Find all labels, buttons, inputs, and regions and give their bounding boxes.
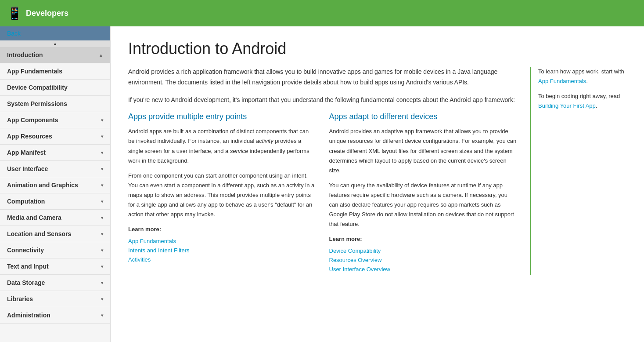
back-link[interactable]: Back xyxy=(0,26,110,40)
link-app-fundamentals[interactable]: App Fundamentals xyxy=(128,238,316,244)
sidebar: Back ▲ Introduction ▲ App Fundamentals D… xyxy=(0,26,111,342)
section-left-para2: From one component you can start another… xyxy=(128,171,316,219)
sidebar-item-libraries[interactable]: Libraries ▾ xyxy=(0,291,110,307)
sidebar-item-label: App Fundamentals xyxy=(7,68,62,75)
link-activities[interactable]: Activities xyxy=(128,256,316,263)
sidebar-item-label: Libraries xyxy=(7,295,33,302)
sidebar-item-administration[interactable]: Administration ▾ xyxy=(0,307,110,324)
sidebar-item-data-storage[interactable]: Data Storage ▾ xyxy=(0,275,110,291)
sidebar-item-label: App Resources xyxy=(7,133,52,140)
sidebar-item-label: Introduction xyxy=(7,51,43,58)
sidebar-item-app-resources[interactable]: App Resources ▾ xyxy=(0,128,110,145)
sidebar-item-label: App Manifest xyxy=(7,149,46,156)
main-content: Introduction to Android Android provides… xyxy=(111,26,644,342)
scroll-indicator: ▲ xyxy=(0,40,110,47)
sidebar-item-app-manifest[interactable]: App Manifest ▾ xyxy=(0,145,110,161)
section-right-para1: Android provides an adaptive app framewo… xyxy=(329,127,517,175)
chevron-down-icon: ▾ xyxy=(101,313,103,318)
section-entry-points: Apps provide multiple entry points Andro… xyxy=(128,112,316,275)
sidebar-item-label: Text and Input xyxy=(7,263,49,270)
chevron-down-icon: ▾ xyxy=(101,167,103,171)
sidebar-item-text-input[interactable]: Text and Input ▾ xyxy=(0,258,110,275)
sidebar-item-app-fundamentals[interactable]: App Fundamentals xyxy=(0,63,110,80)
chevron-up-icon: ▲ xyxy=(99,53,103,58)
sidebar-item-location-sensors[interactable]: Location and Sensors ▾ xyxy=(0,226,110,242)
section-right-para2: You can query the availability of device… xyxy=(329,181,517,229)
chevron-down-icon: ▾ xyxy=(101,118,103,123)
chevron-down-icon: ▾ xyxy=(101,264,103,269)
sidebar-item-label: Computation xyxy=(7,198,45,205)
section-left-title: Apps provide multiple entry points xyxy=(128,112,316,121)
android-icon: 📱 xyxy=(7,6,22,21)
sidebar-item-computation[interactable]: Computation ▾ xyxy=(0,193,110,210)
intro-paragraph-2: If you're new to Android development, it… xyxy=(128,95,517,106)
chevron-down-icon: ▾ xyxy=(101,199,103,204)
sidebar-item-label: App Components xyxy=(7,116,58,124)
section-adapt-devices: Apps adapt to different devices Android … xyxy=(329,112,517,275)
side-note-column: To learn how apps work, start with App F… xyxy=(530,67,626,275)
sidebar-item-introduction[interactable]: Introduction ▲ xyxy=(0,47,110,63)
sidebar-item-label: User Interface xyxy=(7,165,48,172)
chevron-down-icon: ▾ xyxy=(101,248,103,253)
main-layout: Back ▲ Introduction ▲ App Fundamentals D… xyxy=(0,26,644,342)
sidebar-item-animation-graphics[interactable]: Animation and Graphics ▾ xyxy=(0,177,110,193)
content-layout: Android provides a rich application fram… xyxy=(128,67,626,275)
chevron-down-icon: ▾ xyxy=(101,183,103,188)
chevron-down-icon: ▾ xyxy=(101,280,103,285)
sidebar-item-label: System Permissions xyxy=(7,100,67,107)
sidebar-item-label: Connectivity xyxy=(7,247,44,254)
sidebar-item-device-compatibility[interactable]: Device Compatibility xyxy=(0,80,110,96)
two-column-sections: Apps provide multiple entry points Andro… xyxy=(128,112,517,275)
link-intents-filters[interactable]: Intents and Intent Filters xyxy=(128,247,316,254)
page-header: 📱 Developers xyxy=(0,0,644,26)
header-title: Developers xyxy=(26,9,68,18)
side-note-text2: To begin coding right away, read Buildin… xyxy=(538,91,626,111)
link-building-first-app[interactable]: Building Your First App xyxy=(538,102,596,109)
sidebar-item-label: Media and Camera xyxy=(7,214,61,221)
chevron-down-icon: ▾ xyxy=(101,215,103,220)
chevron-down-icon: ▾ xyxy=(101,150,103,155)
sidebar-item-connectivity[interactable]: Connectivity ▾ xyxy=(0,242,110,258)
chevron-down-icon: ▾ xyxy=(101,134,103,139)
sidebar-item-label: Administration xyxy=(7,312,50,319)
sidebar-item-media-camera[interactable]: Media and Camera ▾ xyxy=(0,210,110,226)
link-app-fundamentals-sidenote[interactable]: App Fundamentals xyxy=(538,78,586,84)
side-note-text1: To learn how apps work, start with App F… xyxy=(538,67,626,86)
sidebar-item-user-interface[interactable]: User Interface ▾ xyxy=(0,161,110,177)
sidebar-item-label: Device Compatibility xyxy=(7,84,68,91)
sidebar-item-system-permissions[interactable]: System Permissions xyxy=(0,96,110,112)
learn-more-left-label: Learn more: xyxy=(128,225,316,234)
link-resources-overview[interactable]: Resources Overview xyxy=(329,257,517,263)
section-left-para1: Android apps are built as a combination … xyxy=(128,127,316,165)
sidebar-item-label: Location and Sensors xyxy=(7,230,71,237)
sidebar-item-app-components[interactable]: App Components ▾ xyxy=(0,112,110,128)
intro-paragraph-1: Android provides a rich application fram… xyxy=(128,67,517,88)
learn-more-right-label: Learn more: xyxy=(329,234,517,244)
link-device-compatibility[interactable]: Device Compatibility xyxy=(329,247,517,254)
sidebar-item-label: Data Storage xyxy=(7,279,45,286)
page-title: Introduction to Android xyxy=(128,40,626,58)
chevron-down-icon: ▾ xyxy=(101,232,103,236)
sidebar-item-label: Animation and Graphics xyxy=(7,182,78,189)
chevron-down-icon: ▾ xyxy=(101,297,103,302)
main-column: Android provides a rich application fram… xyxy=(128,67,517,275)
link-ui-overview[interactable]: User Interface Overview xyxy=(329,266,517,273)
section-right-title: Apps adapt to different devices xyxy=(329,112,517,121)
